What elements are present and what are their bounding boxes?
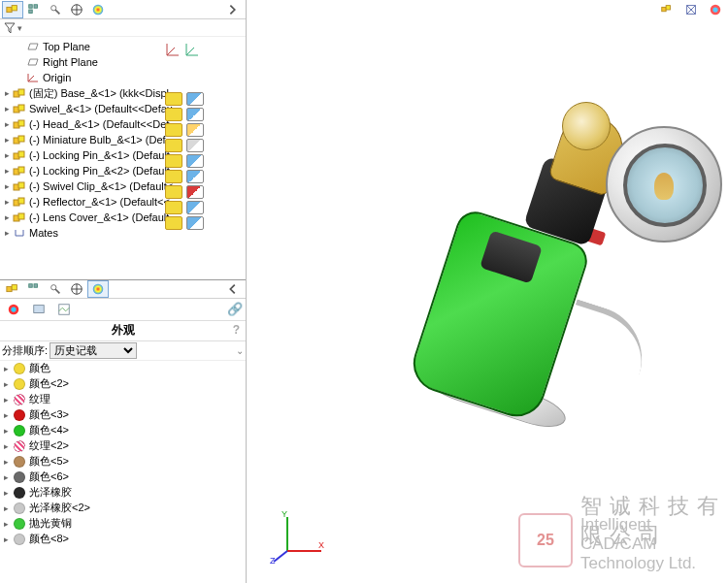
lower-tabs [0, 279, 246, 299]
link-icon[interactable]: 🔗 [227, 302, 243, 316]
appearance-item[interactable]: ▸颜色<4> [0, 423, 246, 438]
svg-rect-33 [169, 204, 179, 211]
appearance-label: 颜色<6> [29, 470, 69, 484]
appearance-item[interactable]: ▸颜色<8> [0, 532, 246, 547]
appearance-label: 颜色<3> [29, 407, 69, 422]
assembly-tab-icon[interactable] [2, 1, 23, 18]
swatch-icon [14, 394, 25, 405]
display-state-cell[interactable] [163, 215, 231, 231]
property-tab-icon[interactable] [45, 280, 66, 298]
graphics-viewport[interactable]: Y X Z 25 智诚科技有限公司 Intelligent CAD/CAM Te… [247, 0, 728, 583]
svg-text:X: X [318, 540, 324, 550]
axis-icon [184, 42, 200, 59]
appearance-tab-icon[interactable] [87, 1, 109, 18]
sort-select[interactable]: 历史记载 [50, 342, 137, 359]
assembly-tab-icon[interactable] [2, 280, 23, 298]
configuration-tab-icon[interactable] [23, 280, 45, 298]
display-state-cell[interactable] [163, 184, 231, 200]
swatch-icon [14, 409, 25, 421]
scene-icon[interactable] [53, 301, 75, 318]
svg-rect-30 [169, 157, 179, 165]
part-icon [12, 195, 27, 209]
feature-tree: ▾ Top Plane Right Plane Origin [0, 19, 246, 279]
appearance-palette-icon[interactable] [3, 301, 24, 318]
part-icon [12, 117, 27, 131]
display-state-cell[interactable] [163, 153, 231, 169]
perspective-icon[interactable] [680, 1, 702, 18]
display-state-cell[interactable] [163, 107, 231, 122]
tree-label: Mates [29, 226, 58, 240]
swatch-icon [14, 487, 25, 499]
display-state-cell[interactable] [163, 200, 231, 215]
tree-label: (-) Miniature Bulb_&<1> (Def [29, 133, 166, 146]
sort-row: 分排顺序: 历史记载 ⌄ [0, 341, 246, 361]
svg-rect-31 [169, 173, 179, 180]
watermark-en: Intelligent CAD/CAM Technology Ltd. [580, 515, 728, 573]
appearance-item[interactable]: ▸光泽橡胶<2> [0, 501, 246, 516]
tree-label: Top Plane [43, 40, 90, 53]
appearance-item[interactable]: ▸纹理 [0, 392, 246, 407]
svg-rect-17 [18, 151, 24, 157]
appearance-item[interactable]: ▸光泽橡胶 [0, 485, 246, 501]
help-icon[interactable]: ? [233, 323, 240, 337]
mates-icon [12, 226, 27, 240]
appearance-item[interactable]: ▸抛光黄铜 [0, 516, 246, 532]
part-icon [12, 164, 27, 178]
swatch-icon [14, 518, 25, 530]
tree-label: (-) Swivel Clip_&<1> (Default< [29, 179, 173, 193]
appearance-label: 纹理<2> [29, 438, 69, 453]
swatch-icon [14, 471, 25, 483]
tree-label: (固定) Base_&<1> (kkk<Displ [29, 86, 169, 100]
appearance-label: 颜色<5> [29, 454, 69, 469]
assembly-icon[interactable] [656, 1, 678, 18]
display-state-cell[interactable] [163, 138, 231, 153]
appearance-item[interactable]: ▸纹理<2> [0, 438, 246, 454]
svg-rect-47 [666, 6, 670, 10]
appearance-item[interactable]: ▸颜色 [0, 361, 246, 376]
part-icon [12, 133, 27, 146]
part-icon [12, 86, 27, 100]
display-tab-icon[interactable] [66, 280, 87, 298]
svg-rect-11 [18, 105, 24, 111]
axis-icon [165, 42, 181, 59]
filter-row[interactable]: ▾ [0, 19, 246, 37]
svg-rect-32 [169, 188, 179, 196]
part-icon [12, 179, 27, 193]
property-tab-icon[interactable] [45, 1, 66, 18]
display-tab-icon[interactable] [66, 1, 87, 18]
svg-rect-1 [12, 5, 17, 10]
appearance-item[interactable]: ▸颜色<6> [0, 470, 246, 485]
swatch-icon [14, 378, 25, 390]
configuration-tab-icon[interactable] [23, 1, 45, 18]
svg-rect-27 [169, 111, 179, 118]
svg-line-55 [274, 551, 287, 562]
svg-point-7 [93, 4, 104, 15]
decal-icon[interactable] [28, 301, 50, 318]
svg-rect-38 [34, 283, 38, 287]
svg-rect-34 [169, 219, 179, 227]
appearance-item[interactable]: ▸颜色<3> [0, 407, 246, 423]
tree-label: (-) Reflector_&<1> (Default<< [29, 195, 170, 209]
swatch-icon [14, 534, 25, 545]
swatch-icon [14, 456, 25, 468]
svg-rect-23 [18, 198, 24, 204]
display-state-cell[interactable] [163, 169, 231, 184]
part-icon [12, 211, 27, 224]
appearance-tab-icon[interactable] [87, 280, 109, 298]
chevron-left-icon[interactable] [222, 280, 244, 298]
palette2-icon[interactable] [705, 1, 726, 18]
appearance-item[interactable]: ▸颜色<5> [0, 454, 246, 470]
tree-label: (-) Head_&<1> (Default<<Def [29, 117, 169, 131]
appearance-label: 抛光黄铜 [29, 516, 72, 531]
watermark-logo: 25 [518, 513, 573, 567]
display-state-cell[interactable] [163, 91, 231, 107]
feature-manager-panel: ▾ Top Plane Right Plane Origin [0, 0, 247, 583]
chevron-down-icon[interactable]: ⌄ [236, 345, 244, 356]
plane-icon [25, 40, 41, 53]
appearance-item[interactable]: ▸颜色<2> [0, 376, 246, 392]
swatch-icon [14, 363, 25, 374]
triad-icon: Y X Z [268, 507, 326, 566]
chevron-right-icon[interactable] [222, 1, 244, 18]
svg-rect-15 [18, 136, 24, 142]
display-state-cell[interactable] [163, 122, 231, 138]
